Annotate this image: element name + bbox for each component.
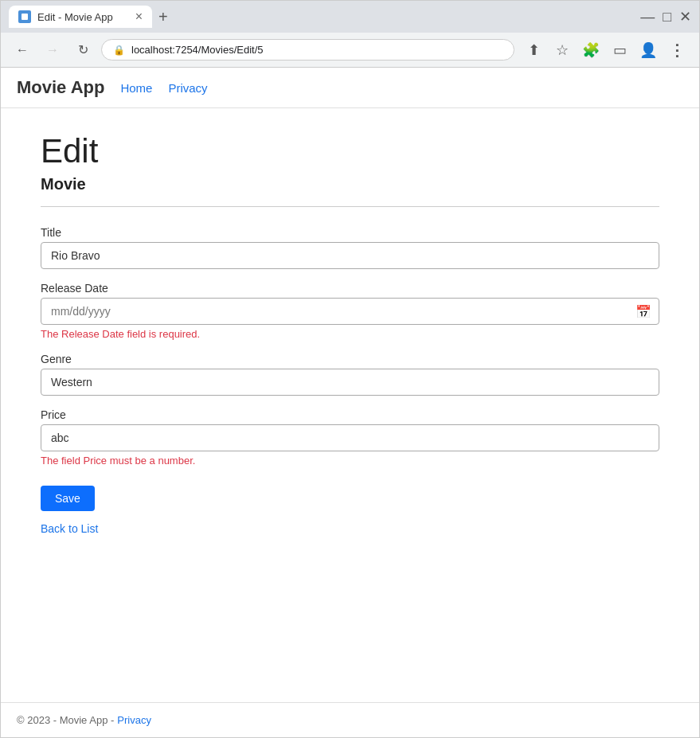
nav-home-link[interactable]: Home: [120, 81, 152, 95]
reload-button[interactable]: ↻: [71, 38, 95, 62]
browser-titlebar: Edit - Movie App × + — □ ✕: [1, 1, 699, 33]
lock-icon: 🔒: [113, 45, 125, 56]
site-nav: Movie App Home Privacy: [1, 68, 699, 108]
profile-button[interactable]: 👤: [635, 37, 661, 63]
site-brand-link[interactable]: Movie App: [17, 77, 104, 98]
main-content: Edit Movie Title Release Date 📅 The Rele…: [1, 108, 699, 702]
tab-favicon-icon: [18, 10, 31, 23]
release-date-label: Release Date: [41, 282, 659, 295]
window-restore-button[interactable]: □: [663, 9, 671, 25]
price-input[interactable]: [41, 424, 659, 451]
window-close-button[interactable]: ✕: [679, 8, 691, 25]
toolbar-icons: ⬆ ☆ 🧩 ▭ 👤 ⋮: [521, 37, 690, 63]
share-button[interactable]: ⬆: [521, 37, 546, 63]
save-button[interactable]: Save: [41, 486, 95, 511]
bookmark-button[interactable]: ☆: [549, 37, 575, 63]
page-content: Movie App Home Privacy Edit Movie Title …: [1, 68, 699, 737]
release-date-input[interactable]: [41, 298, 659, 325]
address-bar[interactable]: 🔒 localhost:7254/Movies/Edit/5: [101, 39, 514, 61]
sidebar-button[interactable]: ▭: [607, 37, 632, 63]
page-title: Edit: [41, 132, 659, 170]
title-input[interactable]: [41, 242, 659, 269]
tab-close-button[interactable]: ×: [135, 10, 143, 23]
release-date-field-group: Release Date 📅 The Release Date field is…: [41, 282, 659, 340]
edit-form: Title Release Date 📅 The Release Date fi…: [41, 226, 659, 522]
new-tab-button[interactable]: +: [158, 9, 168, 25]
genre-label: Genre: [41, 353, 659, 365]
nav-privacy-link[interactable]: Privacy: [168, 81, 207, 95]
window-minimize-button[interactable]: —: [640, 9, 655, 25]
url-text: localhost:7254/Movies/Edit/5: [131, 44, 503, 56]
section-divider: [41, 206, 659, 207]
tab-title: Edit - Movie App: [37, 11, 113, 23]
footer-privacy-link[interactable]: Privacy: [117, 714, 151, 726]
genre-field-group: Genre: [41, 353, 659, 396]
price-label: Price: [41, 408, 659, 421]
browser-toolbar: ← → ↻ 🔒 localhost:7254/Movies/Edit/5 ⬆ ☆…: [1, 33, 699, 68]
price-error: The field Price must be a number.: [41, 455, 659, 467]
section-subtitle: Movie: [41, 175, 659, 193]
site-footer: © 2023 - Movie App - Privacy: [1, 702, 699, 737]
back-button[interactable]: ←: [10, 38, 34, 62]
extensions-button[interactable]: 🧩: [578, 37, 604, 63]
menu-button[interactable]: ⋮: [664, 37, 690, 63]
price-field-group: Price The field Price must be a number.: [41, 408, 659, 467]
title-label: Title: [41, 226, 659, 239]
back-to-list-link[interactable]: Back to List: [41, 522, 659, 535]
release-date-error: The Release Date field is required.: [41, 328, 659, 340]
title-field-group: Title: [41, 226, 659, 269]
genre-input[interactable]: [41, 369, 659, 396]
footer-copy: © 2023 - Movie App -: [17, 714, 114, 726]
forward-button[interactable]: →: [41, 38, 65, 62]
browser-tab[interactable]: Edit - Movie App ×: [9, 6, 152, 28]
window-controls: — □ ✕: [640, 8, 691, 25]
